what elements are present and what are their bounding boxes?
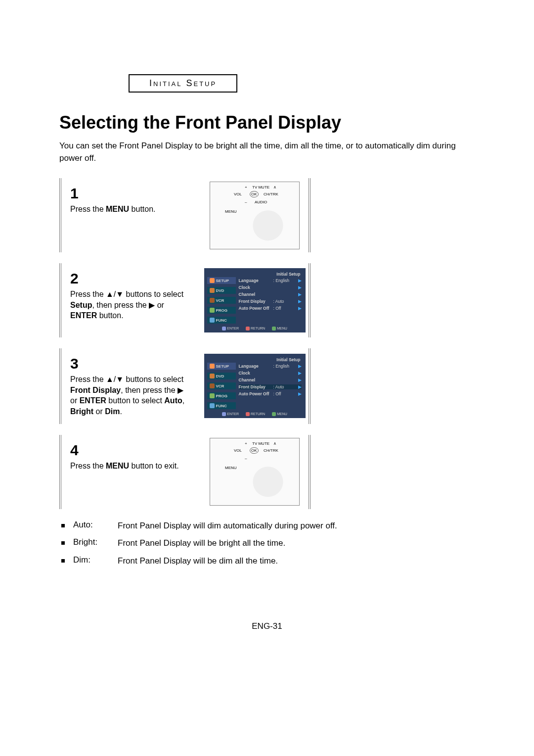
section-label-box: Initial Setup <box>129 74 237 93</box>
osd-menu-2: Initial Setup SETUP DVD VCR PROG FUNC La… <box>204 354 306 418</box>
step-4-number: 4 <box>70 442 192 459</box>
step-4-desc: Press the MENU button to exit. <box>70 461 192 472</box>
bullet-icon <box>61 541 65 545</box>
section-label: Initial Setup <box>149 78 217 88</box>
mode-dim: Dim: Front Panel Display will be dim all… <box>59 555 475 567</box>
bullet-icon <box>61 524 65 527</box>
step-1: 1 Press the MENU button. + TV MUTE ∧ VOL… <box>59 178 311 252</box>
page-title: Selecting the Front Panel Display <box>59 112 475 133</box>
bullet-icon <box>61 559 65 563</box>
osd-menu-1: Initial Setup SETUP DVD VCR PROG FUNC La… <box>204 268 306 332</box>
mode-list: Auto: Front Panel Display will dim autom… <box>59 520 475 567</box>
step-4: 4 Press the MENU button to exit. + TV MU… <box>59 435 311 509</box>
page-number: ENG-31 <box>59 621 475 631</box>
remote-illustration-2: + TV MUTE ∧ VOL OK CH/TRK – MENU <box>210 438 300 506</box>
step-3-desc: Press the ▲/▼ buttons to select Front Di… <box>70 374 192 417</box>
intro-text: You can set the Front Panel Display to b… <box>59 140 475 164</box>
mode-auto: Auto: Front Panel Display will dim autom… <box>59 520 475 532</box>
step-3-number: 3 <box>70 355 192 372</box>
step-1-desc: Press the MENU button. <box>70 204 192 215</box>
step-1-number: 1 <box>70 185 192 202</box>
step-2: 2 Press the ▲/▼ buttons to select Setup,… <box>59 263 311 337</box>
step-2-number: 2 <box>70 270 192 287</box>
remote-illustration-1: + TV MUTE ∧ VOL OK CH/TRK – AUDIO MENU <box>210 182 300 249</box>
mode-bright: Bright: Front Panel Display will be brig… <box>59 537 475 549</box>
step-3: 3 Press the ▲/▼ buttons to select Front … <box>59 348 311 424</box>
step-2-desc: Press the ▲/▼ buttons to select Setup, t… <box>70 289 192 321</box>
